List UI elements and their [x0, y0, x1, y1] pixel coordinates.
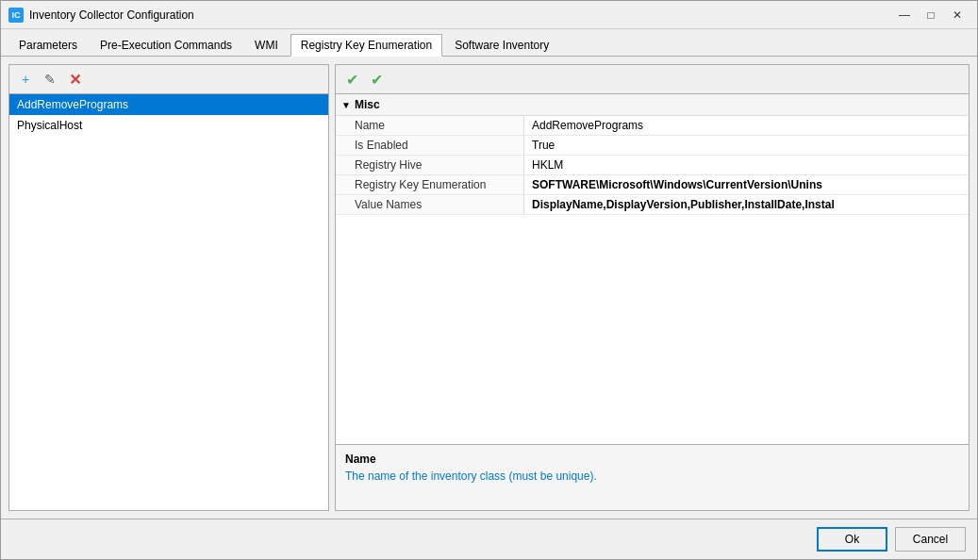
edit-button[interactable]: ✎: [40, 69, 60, 90]
minimize-button[interactable]: —: [892, 6, 917, 25]
description-title: Name: [345, 453, 959, 466]
chevron-down-icon: ▼: [341, 100, 351, 110]
tab-bar: Parameters Pre-Execution Commands WMI Re…: [1, 29, 977, 57]
list-item-physical-host[interactable]: PhysicalHost: [9, 115, 328, 136]
properties-area: ▼ Misc Name AddRemovePrograms Is Enabled…: [336, 94, 969, 444]
description-text: The name of the inventory class (must be…: [345, 469, 959, 483]
property-row-value-names: Value Names DisplayName,DisplayVersion,P…: [336, 195, 969, 215]
property-row-name: Name AddRemovePrograms: [336, 116, 969, 136]
content-area: + ✎ ✕ AddRemovePrograms PhysicalHost ✔ ✔: [1, 57, 977, 519]
property-row-registry-key-enum: Registry Key Enumeration SOFTWARE\Micros…: [336, 175, 969, 195]
left-toolbar: + ✎ ✕: [9, 65, 328, 94]
property-row-registry-hive: Registry Hive HKLM: [336, 156, 969, 175]
tab-registry-key[interactable]: Registry Key Enumeration: [290, 34, 442, 57]
section-label: Misc: [355, 98, 380, 111]
property-value-is-enabled[interactable]: True: [524, 136, 969, 155]
window-title: Inventory Collector Configuration: [29, 8, 892, 22]
property-value-name[interactable]: AddRemovePrograms: [524, 116, 969, 135]
property-label-name: Name: [336, 116, 524, 135]
close-button[interactable]: ✕: [945, 6, 970, 25]
property-value-registry-hive[interactable]: HKLM: [524, 156, 969, 174]
tab-parameters[interactable]: Parameters: [8, 34, 88, 57]
description-panel: Name The name of the inventory class (mu…: [336, 444, 969, 510]
property-value-value-names[interactable]: DisplayName,DisplayVersion,Publisher,Ins…: [524, 195, 969, 214]
left-panel: + ✎ ✕ AddRemovePrograms PhysicalHost: [8, 64, 329, 511]
inventory-list: AddRemovePrograms PhysicalHost: [9, 94, 328, 510]
tab-wmi[interactable]: WMI: [244, 34, 289, 57]
apply-button[interactable]: ✔: [366, 69, 387, 90]
property-label-value-names: Value Names: [336, 195, 524, 214]
maximize-button[interactable]: □: [919, 6, 943, 25]
property-label-is-enabled: Is Enabled: [336, 136, 524, 155]
window-controls: — □ ✕: [892, 6, 970, 25]
bottom-bar: Ok Cancel: [1, 519, 977, 559]
list-item-add-remove-programs[interactable]: AddRemovePrograms: [9, 94, 328, 115]
tab-pre-execution[interactable]: Pre-Execution Commands: [90, 34, 242, 57]
title-bar: IC Inventory Collector Configuration — □…: [1, 1, 977, 29]
misc-section-header[interactable]: ▼ Misc: [336, 94, 969, 116]
property-value-registry-key-enum[interactable]: SOFTWARE\Microsoft\Windows\CurrentVersio…: [524, 175, 969, 194]
tab-software-inventory[interactable]: Software Inventory: [444, 34, 559, 57]
right-toolbar: ✔ ✔: [336, 65, 969, 94]
main-window: IC Inventory Collector Configuration — □…: [0, 0, 978, 560]
delete-button[interactable]: ✕: [64, 69, 85, 90]
property-label-registry-key-enum: Registry Key Enumeration: [336, 175, 524, 194]
property-label-registry-hive: Registry Hive: [336, 156, 524, 174]
add-button[interactable]: +: [15, 69, 36, 90]
confirm-button[interactable]: ✔: [341, 69, 362, 90]
cancel-button[interactable]: Cancel: [895, 527, 966, 552]
ok-button[interactable]: Ok: [817, 527, 887, 552]
right-panel: ✔ ✔ ▼ Misc Name AddRemovePrograms Is Ena…: [335, 64, 970, 511]
app-icon: IC: [8, 8, 24, 23]
property-row-is-enabled: Is Enabled True: [336, 136, 969, 156]
